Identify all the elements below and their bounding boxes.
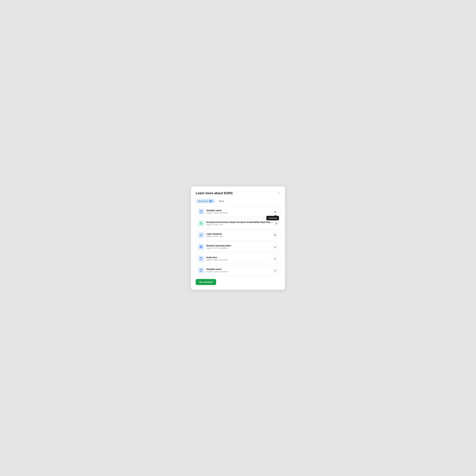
resource-meta: August 9, 2023 • Datasheet	[206, 247, 231, 249]
svg-rect-3	[200, 246, 202, 248]
resource-icon-document	[198, 209, 204, 215]
resource-meta: August 9, 2023 • Document	[206, 259, 228, 261]
tabs-container: Resources 11 About	[196, 199, 280, 204]
tab-resources-badge: 11	[209, 200, 213, 202]
resource-meta: August 9, 2023 • Link	[206, 235, 223, 238]
svg-line-2	[275, 234, 276, 235]
resource-action	[272, 244, 278, 250]
resource-action	[272, 268, 278, 273]
resource-title: Template report	[206, 209, 228, 212]
resource-item: Template report August 9, 2023 • Documen…	[196, 206, 280, 217]
download-button[interactable]	[272, 209, 278, 214]
external-link-button[interactable]	[274, 221, 279, 226]
resource-title: Template report	[206, 268, 228, 270]
tab-about[interactable]: About	[216, 199, 226, 204]
modal-header: Learn more about ESRS ×	[196, 191, 280, 195]
resource-icon-document	[198, 256, 204, 261]
modal-dialog: Learn more about ESRS × Resources 11 Abo…	[191, 187, 285, 290]
download-button[interactable]	[272, 244, 278, 250]
resource-icon-document	[198, 267, 204, 273]
external-link-button[interactable]	[272, 232, 278, 238]
resource-item: Legal standards August 9, 2023 • Link	[196, 230, 280, 240]
download-tooltip: Download	[266, 216, 279, 220]
resource-meta: August 9, 2023 • Link	[206, 224, 274, 226]
resources-list: Template report August 9, 2023 • Documen…	[196, 206, 280, 275]
resource-meta: August 9, 2023 • Document	[206, 212, 228, 214]
resource-action	[274, 221, 279, 226]
svg-line-1	[276, 222, 277, 223]
resource-icon-link	[198, 232, 204, 238]
resource-meta: August 9, 2023 • Document	[206, 271, 228, 273]
tab-resources-label: Resources	[198, 200, 208, 202]
modal-footer: Use standard	[196, 279, 280, 285]
download-button[interactable]	[272, 268, 278, 273]
download-button[interactable]	[272, 256, 278, 261]
tab-resources[interactable]: Resources 11	[196, 199, 215, 204]
resource-item: Standard reporting tables August 9, 2023…	[196, 242, 280, 252]
resource-icon-table	[198, 244, 204, 250]
resource-action: Download	[272, 209, 278, 214]
use-standard-button[interactable]: Use standard	[196, 279, 216, 285]
resource-title: Legal standards	[206, 233, 223, 235]
resource-action	[272, 256, 278, 261]
resource-title: Guide lines	[206, 256, 228, 258]
tab-about-label: About	[219, 200, 224, 202]
close-button[interactable]: ×	[277, 191, 280, 195]
modal-title: Learn more about ESRS	[196, 191, 233, 195]
modal-overlay: Learn more about ESRS × Resources 11 Abo…	[0, 0, 476, 476]
resource-title: European Commission adopts European Sust…	[206, 221, 274, 223]
resource-item: Guide lines August 9, 2023 • Document	[196, 254, 280, 264]
resource-item: Template report August 9, 2023 • Documen…	[196, 265, 280, 275]
resource-action	[272, 232, 278, 238]
resource-title: Standard reporting tables	[206, 244, 231, 247]
resource-icon-notification	[198, 220, 204, 226]
